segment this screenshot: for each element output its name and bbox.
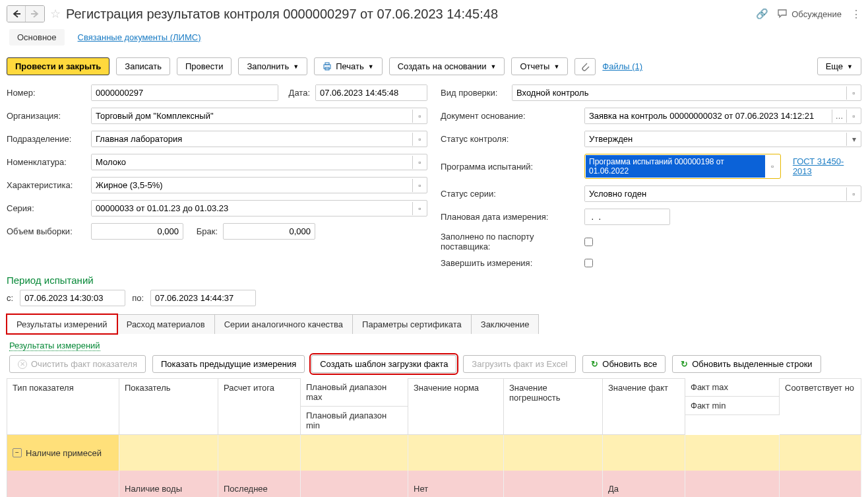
open-icon[interactable]: ▫ — [412, 133, 427, 146]
x-circle-icon: ✕ — [18, 360, 27, 369]
caret-down-icon: ▼ — [553, 63, 559, 70]
open-icon[interactable]: ▫ — [412, 110, 427, 123]
period-to-label: по: — [132, 293, 144, 303]
period-from-label: с: — [7, 293, 13, 303]
create-based-button[interactable]: Создать на основании▼ — [389, 57, 505, 75]
save-button[interactable]: Записать — [116, 57, 170, 75]
th-type: Тип показателя — [7, 378, 119, 435]
dept-input[interactable]: ▫ — [91, 131, 427, 147]
refresh-icon: ↻ — [591, 359, 598, 369]
table-row[interactable]: −Наличие примесей — [7, 435, 861, 471]
period-to-input[interactable] — [150, 290, 256, 306]
series-input[interactable]: ▫ — [91, 200, 427, 216]
chat-icon — [778, 9, 788, 18]
sample-input[interactable] — [91, 223, 183, 240]
open-icon[interactable]: ▫ — [412, 179, 427, 192]
date-input[interactable] — [315, 84, 427, 101]
passport-checkbox[interactable] — [584, 238, 593, 246]
finish-checkbox[interactable] — [584, 259, 593, 267]
nom-input[interactable]: ▫ — [91, 154, 427, 170]
back-button[interactable] — [7, 6, 26, 22]
date-label: Дата: — [284, 88, 310, 98]
char-input[interactable]: ▫ — [91, 177, 427, 193]
basis-input[interactable]: …▫ — [584, 108, 861, 124]
create-template-button[interactable]: Создать шаблон загрузки факта — [311, 355, 456, 373]
org-input[interactable]: ▫ — [91, 108, 427, 124]
collapse-icon[interactable]: − — [13, 448, 22, 457]
tab-analog-series[interactable]: Серии аналогичного качества — [214, 314, 353, 334]
update-all-button[interactable]: ↻Обновить все — [582, 355, 666, 373]
nav-tab-main[interactable]: Основное — [9, 29, 65, 46]
program-selected-value: Программа испытаний 000000198 от 01.06.2… — [586, 155, 765, 178]
forward-button[interactable] — [26, 6, 44, 22]
program-input-highlighted[interactable]: Программа испытаний 000000198 от 01.06.2… — [584, 154, 781, 179]
clear-fact-button: ✕Очистить факт показателя — [9, 355, 146, 373]
series-status-input[interactable]: ▫ — [584, 185, 861, 202]
nav-tab-linked[interactable]: Связанные документы (ЛИМС) — [78, 29, 201, 46]
cell-norm: Нет — [408, 471, 504, 497]
discuss-label: Обсуждение — [791, 9, 842, 19]
tab-materials[interactable]: Расход материалов — [117, 314, 215, 334]
dept-label: Подразделение: — [7, 134, 86, 144]
tab-conclusion[interactable]: Заключение — [471, 314, 540, 334]
caret-down-icon: ▼ — [491, 63, 497, 70]
passport-label: Заполнено по паспорту поставщика: — [441, 232, 579, 251]
status-input[interactable]: ▾ — [584, 131, 861, 147]
attach-button[interactable] — [574, 58, 596, 75]
plan-date-input[interactable]: 🗓 — [584, 209, 670, 225]
check-type-input[interactable]: ▫ — [512, 84, 861, 101]
load-excel-button: Загрузить факт из Excel — [463, 355, 576, 373]
open-icon[interactable]: ▫ — [412, 202, 427, 215]
ellipsis-icon[interactable]: … — [832, 110, 846, 123]
printer-icon — [323, 62, 332, 71]
favorite-icon[interactable]: ☆ — [50, 7, 61, 21]
th-fact-min: Факт min — [685, 397, 780, 415]
files-link[interactable]: Файлы (1) — [602, 61, 642, 71]
org-label: Организация: — [7, 111, 86, 121]
th-calc: Расчет итога — [218, 378, 301, 435]
open-icon[interactable]: ▫ — [846, 110, 861, 123]
discuss-button[interactable]: Обсуждение — [778, 9, 842, 19]
nav-history[interactable] — [7, 5, 45, 22]
series-status-label: Статус серии: — [441, 189, 579, 199]
reports-button[interactable]: Отчеты▼ — [511, 57, 568, 75]
cell-indicator: Наличие воды — [119, 471, 218, 497]
plan-date-label: Плановая дата измерения: — [441, 212, 579, 222]
post-button[interactable]: Провести — [177, 57, 232, 75]
sample-label: Объем выборки: — [7, 226, 86, 236]
table-header: Тип показателя Показатель Расчет итога П… — [7, 378, 861, 435]
open-icon[interactable]: ▫ — [412, 156, 427, 169]
defect-label: Брак: — [189, 226, 218, 236]
update-selected-button[interactable]: ↻Обновить выделенные строки — [672, 355, 821, 373]
number-input[interactable] — [91, 84, 278, 101]
results-table: Тип показателя Показатель Расчет итога П… — [7, 378, 861, 497]
period-title: Период испытаний — [7, 275, 861, 286]
th-match: Соответствует но — [780, 378, 861, 435]
results-sublink[interactable]: Результаты измерений — [9, 341, 100, 351]
defect-input[interactable] — [223, 223, 315, 240]
page-title: Регистрация результатов контроля 0000000… — [66, 7, 751, 22]
period-from-input[interactable] — [20, 290, 125, 306]
kebab-menu-icon[interactable]: ⋮ — [851, 8, 861, 20]
show-prev-button[interactable]: Показать предыдущие измерения — [152, 355, 305, 373]
print-button[interactable]: Печать▼ — [314, 57, 383, 75]
more-button[interactable]: Еще▼ — [817, 57, 861, 75]
paperclip-icon — [580, 61, 590, 72]
th-norm: Значение норма — [408, 378, 504, 435]
gost-link[interactable]: ГОСТ 31450-2013 — [793, 156, 861, 176]
tab-results[interactable]: Результаты измерений — [7, 314, 117, 334]
open-icon[interactable]: ▫ — [846, 86, 861, 100]
tab-cert-params[interactable]: Параметры сертификата — [352, 314, 472, 334]
series-label: Серия: — [7, 203, 86, 213]
open-icon[interactable]: ▫ — [846, 187, 861, 201]
char-label: Характеристика: — [7, 180, 86, 190]
fill-button[interactable]: Заполнить▼ — [238, 57, 307, 75]
post-and-close-button[interactable]: Провести и закрыть — [7, 57, 109, 75]
arrow-right-icon — [30, 10, 40, 18]
number-label: Номер: — [7, 88, 86, 98]
link-icon[interactable]: 🔗 — [756, 8, 768, 20]
dropdown-icon[interactable]: ▾ — [846, 133, 861, 146]
check-type-label: Вид проверки: — [441, 88, 507, 98]
table-row[interactable]: Наличие воды Последнее Нет Да — [7, 471, 861, 497]
open-icon[interactable]: ▫ — [765, 162, 780, 171]
